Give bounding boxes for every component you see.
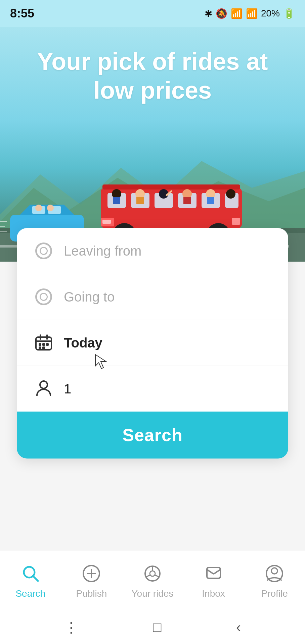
- svg-rect-35: [102, 184, 240, 190]
- your-rides-nav-label: Your rides: [131, 588, 173, 599]
- svg-rect-43: [113, 197, 120, 204]
- date-value: Today: [64, 335, 102, 351]
- search-card: Leaving from Going to Today: [17, 228, 288, 459]
- svg-rect-67: [39, 346, 41, 349]
- svg-rect-58: [102, 220, 111, 224]
- bluetooth-icon: ✱: [205, 8, 212, 19]
- status-bar: 8:55 ✱ 🔕 📶 📶 20% 🔋: [0, 0, 305, 27]
- system-home-button[interactable]: □: [153, 619, 161, 635]
- svg-point-46: [159, 189, 168, 199]
- signal-icon: 📶: [246, 8, 258, 19]
- search-button[interactable]: Search: [17, 412, 288, 459]
- svg-line-71: [33, 576, 38, 581]
- date-row[interactable]: Today: [17, 320, 288, 366]
- going-to-label: Going to: [64, 289, 115, 305]
- search-nav-label: Search: [15, 588, 45, 599]
- svg-point-33: [35, 205, 42, 211]
- wifi-icon: 📶: [231, 8, 243, 19]
- hero-title: Your pick of rides at low prices: [0, 27, 305, 115]
- status-icons: ✱ 🔕 📶 📶 20% 🔋: [205, 8, 295, 19]
- svg-point-48: [182, 189, 192, 199]
- leaving-from-icon: [34, 241, 54, 261]
- battery-percent: 20%: [261, 8, 280, 19]
- bottom-nav: Search Publish Your rides: [0, 550, 305, 610]
- svg-rect-66: [46, 343, 49, 346]
- svg-rect-49: [183, 197, 191, 204]
- publish-nav-label: Publish: [76, 588, 107, 599]
- search-nav-icon: [19, 562, 42, 585]
- svg-rect-51: [207, 197, 214, 204]
- passengers-icon: [34, 379, 54, 399]
- leaving-from-row[interactable]: Leaving from: [17, 228, 288, 274]
- going-to-row[interactable]: Going to: [17, 274, 288, 320]
- svg-point-32: [47, 205, 54, 211]
- system-nav: ⋮ □ ‹: [0, 610, 305, 644]
- svg-point-52: [226, 189, 235, 199]
- your-rides-nav-icon: [141, 562, 164, 585]
- system-menu-button[interactable]: ⋮: [64, 619, 78, 636]
- svg-rect-65: [42, 343, 45, 346]
- hero-section: Your pick of rides at low prices: [0, 27, 305, 262]
- svg-rect-64: [39, 343, 41, 346]
- calendar-icon: [34, 333, 54, 353]
- profile-nav-icon: [263, 562, 286, 585]
- passengers-value: 1: [64, 381, 71, 396]
- svg-point-44: [135, 189, 145, 199]
- nav-item-inbox[interactable]: Inbox: [183, 550, 244, 610]
- svg-point-69: [40, 381, 47, 388]
- nav-item-publish[interactable]: Publish: [61, 550, 122, 610]
- status-time: 8:55: [10, 6, 34, 20]
- nav-item-profile[interactable]: Profile: [244, 550, 305, 610]
- svg-line-78: [146, 575, 150, 577]
- svg-point-81: [271, 568, 277, 574]
- svg-line-79: [155, 575, 159, 577]
- svg-rect-68: [42, 346, 45, 349]
- svg-point-42: [112, 189, 121, 199]
- inbox-nav-icon: [202, 562, 225, 585]
- svg-point-50: [206, 189, 215, 199]
- going-to-icon: [34, 287, 54, 307]
- nav-item-your-rides[interactable]: Your rides: [122, 550, 183, 610]
- nav-item-search[interactable]: Search: [0, 550, 61, 610]
- battery-icon: 🔋: [283, 8, 295, 19]
- inbox-nav-label: Inbox: [202, 588, 225, 599]
- mute-icon: 🔕: [216, 8, 227, 19]
- svg-rect-45: [136, 197, 144, 204]
- leaving-from-label: Leaving from: [64, 244, 141, 259]
- publish-nav-icon: [80, 562, 103, 585]
- system-back-button[interactable]: ‹: [236, 619, 241, 635]
- svg-point-76: [150, 571, 155, 576]
- svg-rect-59: [232, 218, 240, 225]
- passengers-row[interactable]: 1: [17, 366, 288, 412]
- profile-nav-label: Profile: [261, 588, 288, 599]
